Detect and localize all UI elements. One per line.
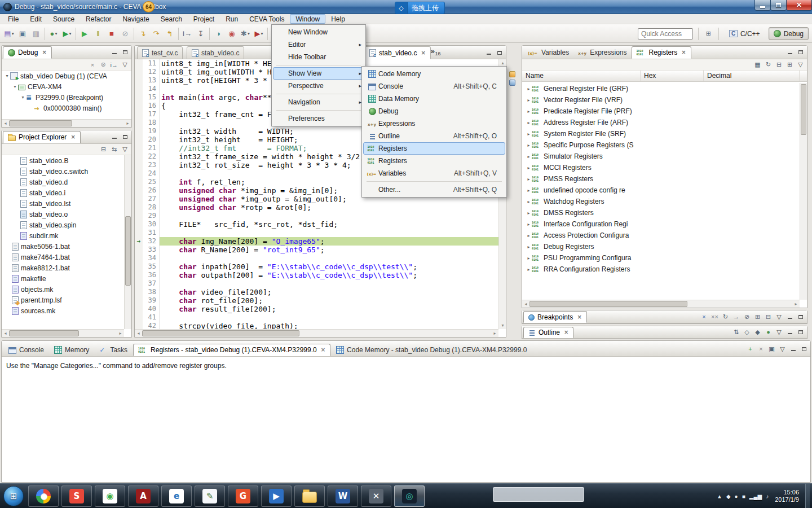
menu-run[interactable]: Run (220, 14, 244, 24)
menu-item-data-memory[interactable]: Data Memory (363, 93, 505, 105)
toolbar-new-wizard-icon[interactable]: ▤▾ (2, 27, 16, 41)
tab-expressions[interactable]: Expressions (573, 46, 631, 59)
close-icon[interactable]: × (42, 50, 46, 55)
view-tool-hide-static-members-icon[interactable]: ◆ (753, 327, 762, 336)
register-group-row[interactable]: ▸Specific Purpose Registers (S (522, 139, 800, 151)
maximize-view-button[interactable] (796, 48, 805, 56)
project-file-item[interactable]: makefile (2, 273, 124, 284)
quick-access-input[interactable] (638, 28, 693, 40)
tree-expander-icon[interactable]: ▾ (20, 95, 26, 100)
editor-hscrollbar[interactable]: ◂▸ (135, 329, 498, 337)
editor-gutter[interactable] (135, 271, 143, 279)
view-tool-hide-fields-icon[interactable]: ◇ (742, 327, 752, 336)
view-tool-view-menu-icon[interactable]: ▽ (120, 145, 130, 154)
editor-gutter[interactable] (135, 93, 143, 102)
view-tool-refresh-icon[interactable]: ↻ (764, 60, 773, 69)
debug-tree-item[interactable]: ▾stab_video Debug (1) (CEVA (2, 71, 131, 81)
register-group-row[interactable]: ▸PMSS Registers (522, 173, 800, 185)
toolbar-instruction-stepping-icon[interactable]: i→ (180, 27, 194, 41)
maximize-view-button[interactable] (120, 133, 130, 141)
network-icon[interactable]: ▂▄▆ (749, 493, 762, 500)
tree-expander-icon[interactable]: ▸ (526, 256, 532, 261)
editor-gutter[interactable] (135, 262, 143, 271)
toolbar-save-icon[interactable]: ▣ (16, 27, 29, 41)
menu-item-other[interactable]: Other...Alt+Shift+Q, Q (363, 183, 505, 196)
tree-expander-icon[interactable]: ▸ (526, 199, 532, 204)
tab-breakpoints[interactable]: Breakpoints × (523, 311, 587, 323)
editor-gutter[interactable] (135, 85, 143, 93)
view-tool-disconnect-icon[interactable]: ⊗ (99, 60, 108, 69)
view-tool-view-menu-icon[interactable]: ▽ (778, 344, 787, 353)
minimize-button[interactable] (754, 0, 771, 11)
tree-expander-icon[interactable]: ▾ (4, 73, 10, 78)
pe-hscrollbar[interactable]: ◂▸ (2, 329, 124, 337)
adobe-reader-icon[interactable]: A (128, 485, 158, 507)
tree-expander-icon[interactable]: ▸ (526, 222, 532, 227)
maximize-view-button[interactable] (495, 49, 504, 57)
menu-item-debug[interactable]: Debug (363, 105, 505, 117)
view-tool-add-register-group-icon[interactable]: + (745, 344, 755, 353)
menu-item-new-window[interactable]: New Window (273, 26, 364, 38)
register-group-row[interactable]: ▸MCCI Registers (522, 162, 800, 173)
editor-tab-stab-video-c-1[interactable]: stab_video.c (187, 46, 244, 59)
tray-icon-2[interactable]: ● (735, 493, 738, 500)
editor-gutter[interactable] (135, 212, 143, 220)
register-group-row[interactable]: ▸General Register File (GRF) (522, 83, 800, 94)
maximize-view-button[interactable] (799, 345, 809, 353)
toolbar-resume-icon[interactable]: ▶ (78, 27, 91, 41)
project-file-item[interactable]: stab_video.lst (2, 198, 124, 209)
editor-gutter[interactable] (135, 203, 143, 212)
editor-gutter[interactable] (135, 195, 143, 203)
editor-gutter[interactable] (135, 102, 143, 110)
toolbar-run-launch-icon[interactable]: ▶▾ (60, 27, 74, 41)
minimize-view-button[interactable] (785, 48, 795, 56)
maximize-view-button[interactable] (120, 48, 130, 56)
view-tool-hide-non-public-icon[interactable]: ● (764, 327, 773, 336)
view-tool-show-columns-icon[interactable]: ▦ (753, 60, 762, 69)
view-tool-show-supported-breakpoints-icon[interactable]: ↻ (721, 312, 730, 321)
tree-expander-icon[interactable]: ▾ (12, 84, 18, 89)
toolbar-step-over-icon[interactable]: ↷ (149, 27, 163, 41)
menu-ceva-tools[interactable]: CEVA Tools (244, 14, 290, 24)
menu-item-preferences[interactable]: Preferences (273, 112, 364, 125)
close-icon[interactable]: × (681, 50, 686, 55)
menu-item-perspective[interactable]: Perspective▸ (273, 80, 364, 92)
menu-item-navigation[interactable]: Navigation▸ (273, 96, 364, 108)
view-tool-view-menu-icon[interactable]: ▽ (120, 60, 130, 69)
project-file-item[interactable]: make5056-1.bat (2, 241, 124, 252)
column-header-name[interactable]: Name (522, 71, 641, 81)
project-file-item[interactable]: make8812-1.bat (2, 262, 124, 273)
editor-gutter[interactable] (135, 220, 143, 229)
menu-item-outline[interactable]: OutlineAlt+Shift+Q, O (363, 130, 505, 142)
view-tool-collapse-all-icon[interactable]: ⊟ (764, 312, 773, 321)
ms-word-icon[interactable]: W (328, 485, 358, 507)
toolbar-disconnect-icon[interactable]: ⊘ (118, 27, 132, 41)
tab-registers[interactable]: Registers× (632, 46, 691, 59)
register-group-row[interactable]: ▸Watchdog Registers (522, 196, 800, 207)
menu-item-console[interactable]: ConsoleAlt+Shift+Q, C (363, 80, 505, 93)
editor-gutter[interactable] (135, 322, 143, 329)
toolbar-step-return-icon[interactable]: ↰ (163, 27, 176, 41)
editor-tab-stab-video-c-2[interactable]: stab_video.c× (364, 46, 431, 59)
minimize-view-button[interactable] (785, 313, 795, 321)
internet-explorer-icon[interactable]: e (161, 485, 192, 507)
view-tool-pin-view-icon[interactable]: ▣ (767, 344, 776, 353)
toolbar-terminate-icon[interactable]: ■ (105, 27, 118, 41)
tree-expander-icon[interactable]: ▸ (526, 109, 532, 114)
view-tool-remove-register-group-icon[interactable]: × (756, 344, 766, 353)
tab-project-explorer[interactable]: Project Explorer × (3, 131, 81, 143)
menu-item-code-memory[interactable]: Code Memory (363, 68, 505, 80)
project-file-item[interactable]: sources.mk (2, 305, 124, 316)
register-group-row[interactable]: ▸Access Protection Configura (522, 230, 800, 241)
tree-expander-icon[interactable]: ▸ (526, 233, 532, 238)
tools-icon[interactable]: ✕ (361, 485, 391, 507)
view-tool-expand-all-icon[interactable]: ⊞ (753, 312, 762, 321)
toolbar-suspend-icon[interactable]: ‖ (91, 27, 105, 41)
editor-gutter[interactable] (135, 76, 143, 85)
toolbar-debug-launch-icon[interactable]: ●▾ (47, 27, 60, 41)
maximize-button[interactable] (770, 0, 787, 11)
editor-gutter[interactable] (135, 254, 143, 262)
project-file-item[interactable]: stab_video.c.switch (2, 166, 124, 177)
register-group-row[interactable]: ▸undefined opcode config re (522, 185, 800, 196)
view-tool-instruction-stepping-icon[interactable]: i→ (109, 60, 119, 69)
